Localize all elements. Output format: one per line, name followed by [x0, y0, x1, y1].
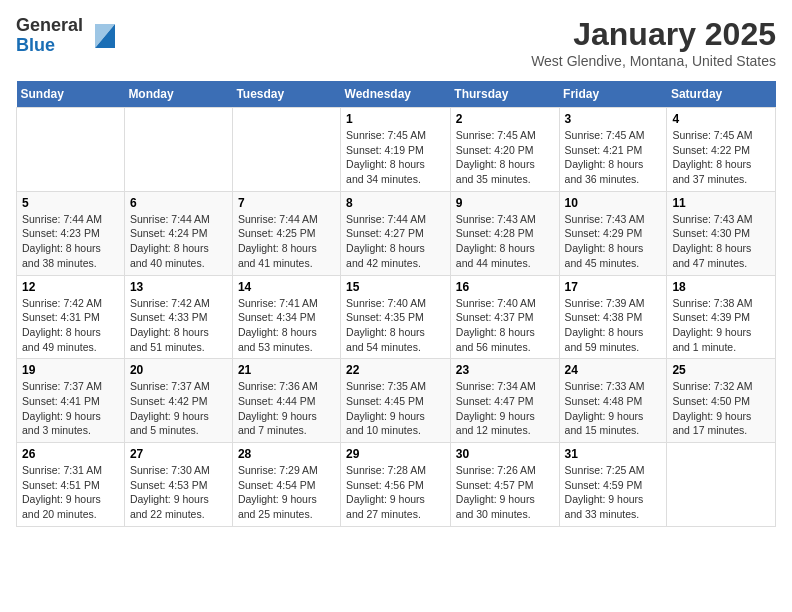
- day-number: 8: [346, 196, 445, 210]
- day-info: Sunrise: 7:38 AMSunset: 4:39 PMDaylight:…: [672, 296, 770, 355]
- month-title: January 2025: [531, 16, 776, 53]
- calendar-cell: 9Sunrise: 7:43 AMSunset: 4:28 PMDaylight…: [450, 191, 559, 275]
- location-text: West Glendive, Montana, United States: [531, 53, 776, 69]
- calendar-cell: 25Sunrise: 7:32 AMSunset: 4:50 PMDayligh…: [667, 359, 776, 443]
- weekday-header: Wednesday: [341, 81, 451, 108]
- day-info: Sunrise: 7:44 AMSunset: 4:25 PMDaylight:…: [238, 212, 335, 271]
- day-info: Sunrise: 7:39 AMSunset: 4:38 PMDaylight:…: [565, 296, 662, 355]
- calendar-cell: 15Sunrise: 7:40 AMSunset: 4:35 PMDayligh…: [341, 275, 451, 359]
- day-info: Sunrise: 7:33 AMSunset: 4:48 PMDaylight:…: [565, 379, 662, 438]
- day-info: Sunrise: 7:42 AMSunset: 4:33 PMDaylight:…: [130, 296, 227, 355]
- day-number: 27: [130, 447, 227, 461]
- logo-icon: [87, 20, 119, 52]
- calendar-week-row: 12Sunrise: 7:42 AMSunset: 4:31 PMDayligh…: [17, 275, 776, 359]
- day-info: Sunrise: 7:40 AMSunset: 4:37 PMDaylight:…: [456, 296, 554, 355]
- day-info: Sunrise: 7:45 AMSunset: 4:21 PMDaylight:…: [565, 128, 662, 187]
- day-number: 23: [456, 363, 554, 377]
- day-number: 18: [672, 280, 770, 294]
- calendar-cell: 27Sunrise: 7:30 AMSunset: 4:53 PMDayligh…: [124, 443, 232, 527]
- day-info: Sunrise: 7:45 AMSunset: 4:22 PMDaylight:…: [672, 128, 770, 187]
- calendar-week-row: 5Sunrise: 7:44 AMSunset: 4:23 PMDaylight…: [17, 191, 776, 275]
- day-number: 24: [565, 363, 662, 377]
- calendar-cell: 1Sunrise: 7:45 AMSunset: 4:19 PMDaylight…: [341, 108, 451, 192]
- calendar-cell: [667, 443, 776, 527]
- calendar-cell: 2Sunrise: 7:45 AMSunset: 4:20 PMDaylight…: [450, 108, 559, 192]
- day-number: 17: [565, 280, 662, 294]
- day-info: Sunrise: 7:40 AMSunset: 4:35 PMDaylight:…: [346, 296, 445, 355]
- day-number: 25: [672, 363, 770, 377]
- day-info: Sunrise: 7:34 AMSunset: 4:47 PMDaylight:…: [456, 379, 554, 438]
- day-info: Sunrise: 7:29 AMSunset: 4:54 PMDaylight:…: [238, 463, 335, 522]
- day-number: 13: [130, 280, 227, 294]
- calendar-cell: 16Sunrise: 7:40 AMSunset: 4:37 PMDayligh…: [450, 275, 559, 359]
- day-number: 11: [672, 196, 770, 210]
- day-number: 21: [238, 363, 335, 377]
- calendar-week-row: 26Sunrise: 7:31 AMSunset: 4:51 PMDayligh…: [17, 443, 776, 527]
- page-header: General Blue January 2025 West Glendive,…: [16, 16, 776, 69]
- calendar-cell: 6Sunrise: 7:44 AMSunset: 4:24 PMDaylight…: [124, 191, 232, 275]
- logo-general-text: General: [16, 16, 83, 36]
- calendar-week-row: 1Sunrise: 7:45 AMSunset: 4:19 PMDaylight…: [17, 108, 776, 192]
- calendar-cell: 26Sunrise: 7:31 AMSunset: 4:51 PMDayligh…: [17, 443, 125, 527]
- weekday-header: Sunday: [17, 81, 125, 108]
- day-number: 7: [238, 196, 335, 210]
- day-number: 14: [238, 280, 335, 294]
- calendar-cell: 5Sunrise: 7:44 AMSunset: 4:23 PMDaylight…: [17, 191, 125, 275]
- calendar-cell: 30Sunrise: 7:26 AMSunset: 4:57 PMDayligh…: [450, 443, 559, 527]
- day-number: 4: [672, 112, 770, 126]
- day-number: 20: [130, 363, 227, 377]
- day-info: Sunrise: 7:42 AMSunset: 4:31 PMDaylight:…: [22, 296, 119, 355]
- calendar-cell: 7Sunrise: 7:44 AMSunset: 4:25 PMDaylight…: [232, 191, 340, 275]
- calendar-cell: 18Sunrise: 7:38 AMSunset: 4:39 PMDayligh…: [667, 275, 776, 359]
- day-info: Sunrise: 7:45 AMSunset: 4:19 PMDaylight:…: [346, 128, 445, 187]
- weekday-header: Friday: [559, 81, 667, 108]
- calendar-header: SundayMondayTuesdayWednesdayThursdayFrid…: [17, 81, 776, 108]
- day-number: 19: [22, 363, 119, 377]
- calendar-cell: 12Sunrise: 7:42 AMSunset: 4:31 PMDayligh…: [17, 275, 125, 359]
- day-info: Sunrise: 7:44 AMSunset: 4:23 PMDaylight:…: [22, 212, 119, 271]
- day-number: 16: [456, 280, 554, 294]
- weekday-header: Thursday: [450, 81, 559, 108]
- day-info: Sunrise: 7:35 AMSunset: 4:45 PMDaylight:…: [346, 379, 445, 438]
- calendar-cell: [232, 108, 340, 192]
- calendar-cell: 10Sunrise: 7:43 AMSunset: 4:29 PMDayligh…: [559, 191, 667, 275]
- day-number: 30: [456, 447, 554, 461]
- day-info: Sunrise: 7:37 AMSunset: 4:41 PMDaylight:…: [22, 379, 119, 438]
- day-info: Sunrise: 7:37 AMSunset: 4:42 PMDaylight:…: [130, 379, 227, 438]
- day-info: Sunrise: 7:43 AMSunset: 4:29 PMDaylight:…: [565, 212, 662, 271]
- day-info: Sunrise: 7:41 AMSunset: 4:34 PMDaylight:…: [238, 296, 335, 355]
- calendar-cell: 11Sunrise: 7:43 AMSunset: 4:30 PMDayligh…: [667, 191, 776, 275]
- calendar-cell: 4Sunrise: 7:45 AMSunset: 4:22 PMDaylight…: [667, 108, 776, 192]
- weekday-header: Tuesday: [232, 81, 340, 108]
- calendar-cell: 13Sunrise: 7:42 AMSunset: 4:33 PMDayligh…: [124, 275, 232, 359]
- calendar-cell: 24Sunrise: 7:33 AMSunset: 4:48 PMDayligh…: [559, 359, 667, 443]
- day-info: Sunrise: 7:44 AMSunset: 4:24 PMDaylight:…: [130, 212, 227, 271]
- day-info: Sunrise: 7:36 AMSunset: 4:44 PMDaylight:…: [238, 379, 335, 438]
- calendar-cell: 19Sunrise: 7:37 AMSunset: 4:41 PMDayligh…: [17, 359, 125, 443]
- day-info: Sunrise: 7:31 AMSunset: 4:51 PMDaylight:…: [22, 463, 119, 522]
- day-info: Sunrise: 7:30 AMSunset: 4:53 PMDaylight:…: [130, 463, 227, 522]
- calendar-cell: 29Sunrise: 7:28 AMSunset: 4:56 PMDayligh…: [341, 443, 451, 527]
- calendar-week-row: 19Sunrise: 7:37 AMSunset: 4:41 PMDayligh…: [17, 359, 776, 443]
- day-number: 12: [22, 280, 119, 294]
- day-number: 9: [456, 196, 554, 210]
- day-number: 15: [346, 280, 445, 294]
- calendar-cell: 22Sunrise: 7:35 AMSunset: 4:45 PMDayligh…: [341, 359, 451, 443]
- day-number: 1: [346, 112, 445, 126]
- weekday-header: Saturday: [667, 81, 776, 108]
- calendar-cell: 28Sunrise: 7:29 AMSunset: 4:54 PMDayligh…: [232, 443, 340, 527]
- calendar-cell: 31Sunrise: 7:25 AMSunset: 4:59 PMDayligh…: [559, 443, 667, 527]
- day-info: Sunrise: 7:43 AMSunset: 4:30 PMDaylight:…: [672, 212, 770, 271]
- day-info: Sunrise: 7:32 AMSunset: 4:50 PMDaylight:…: [672, 379, 770, 438]
- day-info: Sunrise: 7:44 AMSunset: 4:27 PMDaylight:…: [346, 212, 445, 271]
- day-number: 2: [456, 112, 554, 126]
- calendar-cell: 23Sunrise: 7:34 AMSunset: 4:47 PMDayligh…: [450, 359, 559, 443]
- logo: General Blue: [16, 16, 119, 56]
- day-info: Sunrise: 7:28 AMSunset: 4:56 PMDaylight:…: [346, 463, 445, 522]
- logo-blue-text: Blue: [16, 36, 83, 56]
- calendar-body: 1Sunrise: 7:45 AMSunset: 4:19 PMDaylight…: [17, 108, 776, 527]
- calendar-cell: 8Sunrise: 7:44 AMSunset: 4:27 PMDaylight…: [341, 191, 451, 275]
- day-info: Sunrise: 7:26 AMSunset: 4:57 PMDaylight:…: [456, 463, 554, 522]
- calendar-cell: 3Sunrise: 7:45 AMSunset: 4:21 PMDaylight…: [559, 108, 667, 192]
- calendar-cell: 20Sunrise: 7:37 AMSunset: 4:42 PMDayligh…: [124, 359, 232, 443]
